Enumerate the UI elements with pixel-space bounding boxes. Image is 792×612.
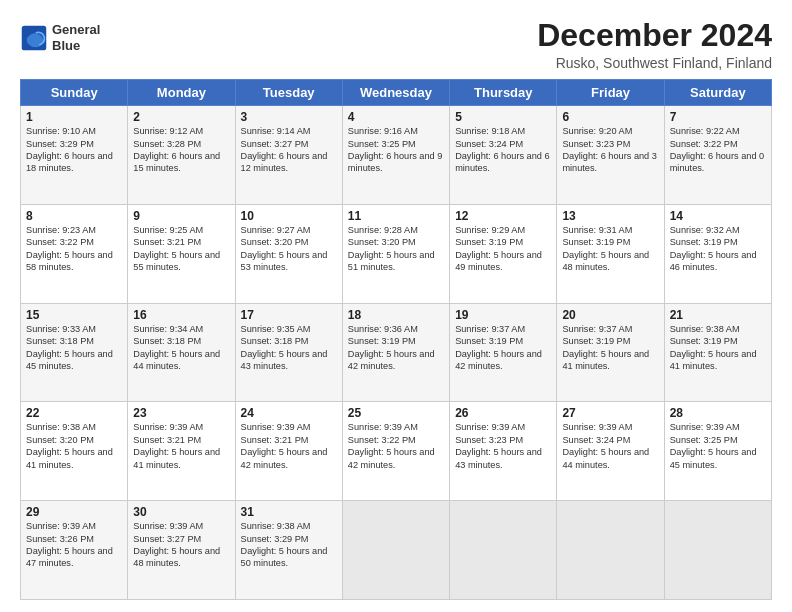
cell-info: Sunrise: 9:38 AMSunset: 3:29 PMDaylight:… bbox=[241, 521, 328, 568]
cell-info: Sunrise: 9:38 AMSunset: 3:20 PMDaylight:… bbox=[26, 422, 113, 469]
cell-info: Sunrise: 9:34 AMSunset: 3:18 PMDaylight:… bbox=[133, 324, 220, 371]
cell-info: Sunrise: 9:31 AMSunset: 3:19 PMDaylight:… bbox=[562, 225, 649, 272]
main-title: December 2024 bbox=[537, 18, 772, 53]
day-number: 3 bbox=[241, 110, 337, 124]
cell-info: Sunrise: 9:37 AMSunset: 3:19 PMDaylight:… bbox=[455, 324, 542, 371]
calendar-cell: 18 Sunrise: 9:36 AMSunset: 3:19 PMDaylig… bbox=[342, 303, 449, 402]
calendar-cell bbox=[557, 501, 664, 600]
logo-text: General Blue bbox=[52, 22, 100, 53]
day-number: 24 bbox=[241, 406, 337, 420]
day-number: 14 bbox=[670, 209, 766, 223]
day-number: 26 bbox=[455, 406, 551, 420]
cell-info: Sunrise: 9:18 AMSunset: 3:24 PMDaylight:… bbox=[455, 126, 550, 173]
cell-info: Sunrise: 9:12 AMSunset: 3:28 PMDaylight:… bbox=[133, 126, 220, 173]
day-number: 25 bbox=[348, 406, 444, 420]
cell-info: Sunrise: 9:37 AMSunset: 3:19 PMDaylight:… bbox=[562, 324, 649, 371]
calendar-cell: 9 Sunrise: 9:25 AMSunset: 3:21 PMDayligh… bbox=[128, 204, 235, 303]
calendar-body: 1 Sunrise: 9:10 AMSunset: 3:29 PMDayligh… bbox=[21, 106, 772, 600]
day-number: 8 bbox=[26, 209, 122, 223]
calendar-cell: 12 Sunrise: 9:29 AMSunset: 3:19 PMDaylig… bbox=[450, 204, 557, 303]
day-number: 5 bbox=[455, 110, 551, 124]
calendar-cell: 3 Sunrise: 9:14 AMSunset: 3:27 PMDayligh… bbox=[235, 106, 342, 205]
cell-info: Sunrise: 9:25 AMSunset: 3:21 PMDaylight:… bbox=[133, 225, 220, 272]
day-number: 2 bbox=[133, 110, 229, 124]
header-day: Saturday bbox=[664, 80, 771, 106]
header-day: Friday bbox=[557, 80, 664, 106]
calendar-cell: 20 Sunrise: 9:37 AMSunset: 3:19 PMDaylig… bbox=[557, 303, 664, 402]
cell-info: Sunrise: 9:27 AMSunset: 3:20 PMDaylight:… bbox=[241, 225, 328, 272]
cell-info: Sunrise: 9:38 AMSunset: 3:19 PMDaylight:… bbox=[670, 324, 757, 371]
cell-info: Sunrise: 9:36 AMSunset: 3:19 PMDaylight:… bbox=[348, 324, 435, 371]
calendar-cell: 10 Sunrise: 9:27 AMSunset: 3:20 PMDaylig… bbox=[235, 204, 342, 303]
header-day: Wednesday bbox=[342, 80, 449, 106]
day-number: 20 bbox=[562, 308, 658, 322]
calendar-cell: 13 Sunrise: 9:31 AMSunset: 3:19 PMDaylig… bbox=[557, 204, 664, 303]
calendar-cell: 29 Sunrise: 9:39 AMSunset: 3:26 PMDaylig… bbox=[21, 501, 128, 600]
cell-info: Sunrise: 9:10 AMSunset: 3:29 PMDaylight:… bbox=[26, 126, 113, 173]
header-day: Thursday bbox=[450, 80, 557, 106]
header: General Blue December 2024 Rusko, Southw… bbox=[20, 18, 772, 71]
calendar-cell: 22 Sunrise: 9:38 AMSunset: 3:20 PMDaylig… bbox=[21, 402, 128, 501]
title-block: December 2024 Rusko, Southwest Finland, … bbox=[537, 18, 772, 71]
logo-icon bbox=[20, 24, 48, 52]
calendar-cell: 1 Sunrise: 9:10 AMSunset: 3:29 PMDayligh… bbox=[21, 106, 128, 205]
cell-info: Sunrise: 9:39 AMSunset: 3:27 PMDaylight:… bbox=[133, 521, 220, 568]
day-number: 1 bbox=[26, 110, 122, 124]
calendar-cell: 7 Sunrise: 9:22 AMSunset: 3:22 PMDayligh… bbox=[664, 106, 771, 205]
calendar-week: 1 Sunrise: 9:10 AMSunset: 3:29 PMDayligh… bbox=[21, 106, 772, 205]
cell-info: Sunrise: 9:39 AMSunset: 3:21 PMDaylight:… bbox=[133, 422, 220, 469]
day-number: 4 bbox=[348, 110, 444, 124]
calendar-cell: 30 Sunrise: 9:39 AMSunset: 3:27 PMDaylig… bbox=[128, 501, 235, 600]
cell-info: Sunrise: 9:39 AMSunset: 3:23 PMDaylight:… bbox=[455, 422, 542, 469]
calendar-week: 29 Sunrise: 9:39 AMSunset: 3:26 PMDaylig… bbox=[21, 501, 772, 600]
calendar-week: 8 Sunrise: 9:23 AMSunset: 3:22 PMDayligh… bbox=[21, 204, 772, 303]
cell-info: Sunrise: 9:32 AMSunset: 3:19 PMDaylight:… bbox=[670, 225, 757, 272]
cell-info: Sunrise: 9:35 AMSunset: 3:18 PMDaylight:… bbox=[241, 324, 328, 371]
day-number: 21 bbox=[670, 308, 766, 322]
calendar-cell: 27 Sunrise: 9:39 AMSunset: 3:24 PMDaylig… bbox=[557, 402, 664, 501]
cell-info: Sunrise: 9:39 AMSunset: 3:22 PMDaylight:… bbox=[348, 422, 435, 469]
calendar-cell: 15 Sunrise: 9:33 AMSunset: 3:18 PMDaylig… bbox=[21, 303, 128, 402]
calendar-cell: 5 Sunrise: 9:18 AMSunset: 3:24 PMDayligh… bbox=[450, 106, 557, 205]
calendar-cell: 6 Sunrise: 9:20 AMSunset: 3:23 PMDayligh… bbox=[557, 106, 664, 205]
calendar-cell: 19 Sunrise: 9:37 AMSunset: 3:19 PMDaylig… bbox=[450, 303, 557, 402]
day-number: 23 bbox=[133, 406, 229, 420]
day-number: 15 bbox=[26, 308, 122, 322]
day-number: 16 bbox=[133, 308, 229, 322]
subtitle: Rusko, Southwest Finland, Finland bbox=[537, 55, 772, 71]
calendar-cell bbox=[450, 501, 557, 600]
calendar-week: 15 Sunrise: 9:33 AMSunset: 3:18 PMDaylig… bbox=[21, 303, 772, 402]
cell-info: Sunrise: 9:33 AMSunset: 3:18 PMDaylight:… bbox=[26, 324, 113, 371]
day-number: 28 bbox=[670, 406, 766, 420]
calendar-cell bbox=[664, 501, 771, 600]
cell-info: Sunrise: 9:22 AMSunset: 3:22 PMDaylight:… bbox=[670, 126, 765, 173]
day-number: 27 bbox=[562, 406, 658, 420]
cell-info: Sunrise: 9:28 AMSunset: 3:20 PMDaylight:… bbox=[348, 225, 435, 272]
calendar-cell: 16 Sunrise: 9:34 AMSunset: 3:18 PMDaylig… bbox=[128, 303, 235, 402]
calendar-cell: 25 Sunrise: 9:39 AMSunset: 3:22 PMDaylig… bbox=[342, 402, 449, 501]
calendar-cell: 11 Sunrise: 9:28 AMSunset: 3:20 PMDaylig… bbox=[342, 204, 449, 303]
day-number: 17 bbox=[241, 308, 337, 322]
day-number: 19 bbox=[455, 308, 551, 322]
calendar-cell: 2 Sunrise: 9:12 AMSunset: 3:28 PMDayligh… bbox=[128, 106, 235, 205]
day-number: 12 bbox=[455, 209, 551, 223]
day-number: 22 bbox=[26, 406, 122, 420]
calendar-cell: 23 Sunrise: 9:39 AMSunset: 3:21 PMDaylig… bbox=[128, 402, 235, 501]
cell-info: Sunrise: 9:39 AMSunset: 3:24 PMDaylight:… bbox=[562, 422, 649, 469]
cell-info: Sunrise: 9:20 AMSunset: 3:23 PMDaylight:… bbox=[562, 126, 657, 173]
day-number: 18 bbox=[348, 308, 444, 322]
day-number: 13 bbox=[562, 209, 658, 223]
header-day: Monday bbox=[128, 80, 235, 106]
calendar-header: SundayMondayTuesdayWednesdayThursdayFrid… bbox=[21, 80, 772, 106]
day-number: 11 bbox=[348, 209, 444, 223]
calendar-cell: 21 Sunrise: 9:38 AMSunset: 3:19 PMDaylig… bbox=[664, 303, 771, 402]
day-number: 9 bbox=[133, 209, 229, 223]
cell-info: Sunrise: 9:29 AMSunset: 3:19 PMDaylight:… bbox=[455, 225, 542, 272]
cell-info: Sunrise: 9:39 AMSunset: 3:21 PMDaylight:… bbox=[241, 422, 328, 469]
calendar-cell: 26 Sunrise: 9:39 AMSunset: 3:23 PMDaylig… bbox=[450, 402, 557, 501]
day-number: 31 bbox=[241, 505, 337, 519]
day-number: 30 bbox=[133, 505, 229, 519]
cell-info: Sunrise: 9:39 AMSunset: 3:25 PMDaylight:… bbox=[670, 422, 757, 469]
calendar-cell: 17 Sunrise: 9:35 AMSunset: 3:18 PMDaylig… bbox=[235, 303, 342, 402]
header-row: SundayMondayTuesdayWednesdayThursdayFrid… bbox=[21, 80, 772, 106]
